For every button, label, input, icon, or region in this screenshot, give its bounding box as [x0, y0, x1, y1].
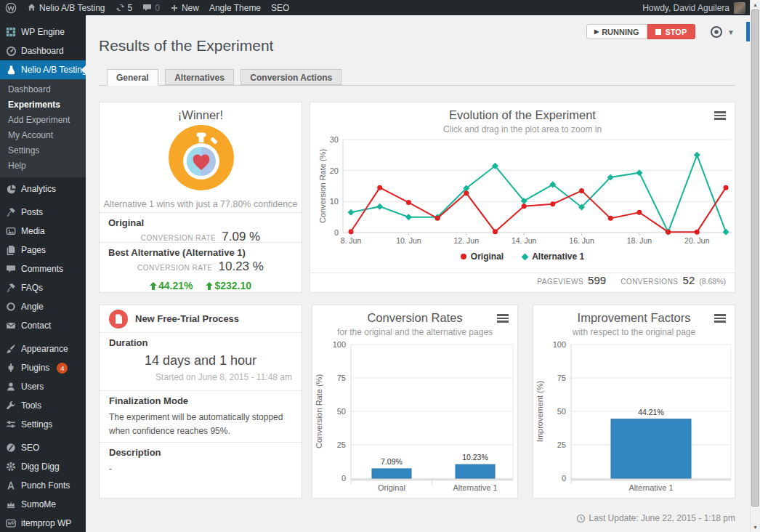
sidebar-item-digg-digg[interactable]: Digg Digg [0, 457, 86, 476]
crown-icon [5, 499, 17, 509]
faqs-icon [5, 283, 17, 293]
updates-menu[interactable]: 5 [110, 0, 138, 15]
duration-value: 14 days and 1 hour [109, 353, 292, 368]
chart-menu-icon[interactable] [497, 314, 509, 324]
sidebar-item-faqs[interactable]: FAQs [0, 278, 86, 297]
conversion-rate-value: (8.68%) [699, 277, 726, 286]
conversion-rate-label: CONVERSION RATE [141, 234, 216, 242]
submenu-help[interactable]: Help [0, 158, 86, 174]
user-icon [5, 382, 17, 392]
site-menu[interactable]: Nelio A/B Testing [22, 0, 110, 15]
chart-menu-icon[interactable] [714, 314, 726, 324]
winner-card: ¡Winner! Alternative 1 wins with just a … [99, 102, 302, 293]
sidebar-item-angle[interactable]: Angle [0, 297, 86, 316]
seo-menu[interactable]: SEO [266, 0, 294, 15]
conversion-rate-label: CONVERSION RATE [137, 264, 212, 272]
sidebar-item-tools[interactable]: Tools [0, 396, 86, 415]
up-arrow-icon [206, 282, 213, 290]
finalization-text: The experiment will be automatically sto… [109, 411, 292, 438]
status-menu-button[interactable]: ▼ [710, 25, 735, 39]
legend-alternative-1[interactable]: Alternative 1 [522, 251, 584, 262]
sidebar-item-appearance[interactable]: Appearance [0, 339, 86, 358]
submenu-experiments[interactable]: Experiments [0, 97, 86, 113]
svg-text:Conversion Rate (%): Conversion Rate (%) [318, 149, 327, 223]
dashboard-icon [5, 46, 17, 57]
conversions-value: 52 [683, 274, 695, 286]
updates-count: 5 [128, 3, 133, 13]
plugins-update-badge: 4 [57, 363, 68, 374]
stop-icon [655, 29, 661, 35]
play-icon: ▶ [594, 28, 599, 35]
svg-text:7.09%: 7.09% [381, 457, 403, 466]
conversion-rates-bar-chart: 02550751007.09%Original10.23%Alternative… [312, 339, 519, 496]
target-icon [710, 25, 723, 39]
brush-icon [5, 344, 17, 354]
plugin-icon [5, 363, 17, 373]
pushpin-icon [5, 207, 17, 217]
best-alternative-section: Best Alternative (Alternative 1) CONVERS… [100, 242, 302, 292]
tab-conversion-actions[interactable]: Conversion Actions [240, 69, 341, 85]
legend-original[interactable]: Original [461, 251, 504, 262]
scroll-up-icon[interactable]: ▲ [751, 2, 760, 7]
running-button[interactable]: ▶RUNNING [586, 24, 647, 39]
avatar[interactable] [734, 2, 745, 14]
svg-text:Alternative 1: Alternative 1 [628, 483, 673, 492]
sidebar-item-contact[interactable]: Contact [0, 316, 86, 335]
best-alternative-label: Best Alternative (Alternative 1) [108, 247, 293, 258]
tabs-underline [99, 85, 735, 86]
scroll-down-icon[interactable]: ▼ [751, 525, 760, 530]
pageviews-value: 599 [588, 274, 606, 286]
tabs: General Alternatives Conversion Actions [107, 69, 345, 86]
scrollbar-thumb[interactable] [751, 9, 759, 507]
sidebar-item-analytics[interactable]: Analytics [0, 180, 86, 198]
submenu-dashboard[interactable]: Dashboard [0, 82, 86, 97]
conversion-rates-title: Conversion Rates [312, 311, 517, 325]
finalization-section: Finalization Mode The experiment will be… [100, 391, 302, 443]
wordpress-logo-icon[interactable] [0, 0, 22, 15]
clock-icon [576, 514, 586, 523]
conversion-rates-card: Conversion Rates for the original and th… [312, 305, 518, 499]
sidebar-item-settings[interactable]: Settings [0, 415, 86, 434]
tab-general[interactable]: General [107, 69, 158, 86]
svg-text:Original: Original [378, 483, 405, 492]
sidebar-item-punch-fonts[interactable]: Punch Fonts [0, 476, 86, 495]
experiment-status-buttons: ▶RUNNING STOP [586, 24, 695, 39]
sidebar-item-seo[interactable]: SEO [0, 438, 86, 457]
experiment-name: New Free-Trial Process [135, 313, 239, 324]
improvement-factors-card: Improvement Factors with respect to the … [533, 305, 735, 499]
comments-menu[interactable]: 0 [137, 0, 165, 15]
svg-text:20. Jun: 20. Jun [684, 236, 710, 245]
comments-icon [5, 264, 17, 274]
svg-text:25: 25 [337, 440, 346, 449]
svg-text:50: 50 [557, 407, 566, 416]
sidebar-item-sumome[interactable]: SumoMe [0, 495, 86, 514]
chart-menu-icon[interactable] [714, 111, 726, 121]
sidebar-item-media[interactable]: Media [0, 222, 86, 241]
submenu-my-account[interactable]: My Account [0, 128, 86, 143]
sidebar-item-posts[interactable]: Posts [0, 203, 86, 222]
howdy-label[interactable]: Howdy, David Aguilera [642, 3, 729, 13]
submenu-add-experiment[interactable]: Add Experiment [0, 113, 86, 128]
new-menu[interactable]: New [165, 0, 204, 15]
theme-menu[interactable]: Angle Theme [204, 0, 266, 15]
sidebar-item-comments[interactable]: Comments [0, 259, 86, 278]
stop-button[interactable]: STOP [647, 24, 696, 39]
sidebar-item-plugins[interactable]: Plugins4 [0, 358, 86, 377]
sidebar-item-wp-engine[interactable]: WP Engine [0, 23, 86, 41]
svg-text:16. Jun: 16. Jun [569, 236, 594, 245]
sidebar-item-nelio-ab-testing[interactable]: Nelio A/B Testing [0, 60, 86, 79]
wp-badge-icon [5, 518, 17, 528]
scrollbar[interactable]: ▲ ▼ [750, 0, 760, 532]
nelio-submenu: Dashboard Experiments Add Experiment My … [0, 79, 86, 177]
finalization-label: Finalization Mode [109, 395, 292, 406]
sidebar-item-users[interactable]: Users [0, 377, 86, 396]
svg-text:50: 50 [337, 407, 346, 416]
tab-alternatives[interactable]: Alternatives [165, 69, 234, 85]
sidebar-item-itemprop-wp[interactable]: itemprop WP [0, 514, 86, 532]
conversion-rates-subtitle: for the original and the alternative pag… [312, 327, 517, 337]
sidebar-item-dashboard[interactable]: Dashboard [0, 41, 86, 60]
sidebar-item-pages[interactable]: Pages [0, 241, 86, 259]
evolution-title: Evolution of the Experiment [310, 108, 735, 122]
duration-label: Duration [109, 337, 292, 348]
submenu-settings[interactable]: Settings [0, 143, 86, 158]
